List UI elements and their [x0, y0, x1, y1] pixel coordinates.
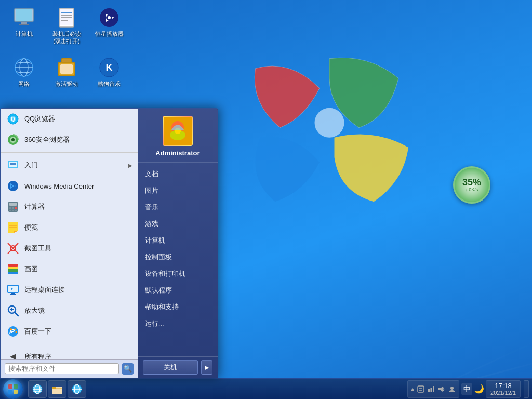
shutdown-button[interactable]: 关机 — [143, 360, 198, 375]
svg-rect-52 — [8, 264, 18, 267]
shutdown-label: 关机 — [164, 363, 177, 372]
magnifier-label: 放大镜 — [24, 306, 132, 315]
svg-rect-58 — [11, 293, 15, 294]
desktop-icon-row-2: 网络 激活驱动 K 酷狗音乐 — [5, 55, 128, 89]
control-panel-label: 控制面板 — [145, 252, 172, 262]
start-item-baidu[interactable]: 百度一下 — [1, 321, 138, 342]
desktop-icon-computer[interactable]: 计算机 — [5, 5, 43, 47]
start-right-documents[interactable]: 文档 — [138, 166, 218, 182]
user-avatar[interactable] — [163, 116, 193, 146]
tray-icon-user[interactable] — [447, 384, 457, 394]
wmc-icon — [6, 179, 20, 193]
start-item-magnifier[interactable]: 放大镜 — [1, 300, 138, 321]
ime-indicator[interactable]: 中 — [461, 383, 472, 395]
start-search-input[interactable] — [5, 363, 119, 374]
tray-moon-icon[interactable]: 🌙 — [474, 384, 484, 394]
start-right-help-support[interactable]: 帮助和支持 — [138, 299, 218, 315]
start-right-control-panel[interactable]: 控制面板 — [138, 249, 218, 265]
qq-browser-icon: Q — [6, 112, 20, 126]
start-item-remote-desktop[interactable]: 远程桌面连接 — [1, 280, 138, 300]
svg-point-67 — [16, 331, 17, 333]
shutdown-arrow-button[interactable]: ▶ — [201, 360, 212, 375]
start-button[interactable] — [0, 379, 26, 400]
tray-icon-action-center[interactable] — [416, 384, 425, 394]
cpu-percent: 35% — [462, 178, 481, 187]
start-item-360-browser[interactable]: 360安全浏览器 — [1, 129, 138, 150]
tray-expand-arrow[interactable]: ▲ — [410, 386, 415, 392]
svg-rect-75 — [8, 390, 12, 394]
taskbar-btn-explorer[interactable] — [48, 380, 66, 398]
svg-rect-41 — [12, 210, 14, 211]
start-search-button[interactable]: 🔍 — [122, 363, 134, 375]
clock-area[interactable]: 17:18 2021/12/1 — [486, 380, 521, 398]
svg-rect-4 — [19, 24, 29, 25]
desktop-icon-hengxing[interactable]: 恒星播放器 — [90, 5, 128, 47]
desktop-icon-activate[interactable]: 激活驱动 — [48, 55, 85, 89]
start-item-all-programs[interactable]: 所有程序 — [1, 347, 138, 359]
default-programs-label: 默认程序 — [145, 286, 172, 295]
start-right-music[interactable]: 音乐 — [138, 199, 218, 216]
network-speed-widget[interactable]: 35% ↓ 0K/s — [453, 166, 490, 204]
desktop-icon-network[interactable]: 网络 — [5, 55, 43, 89]
show-desktop-button[interactable] — [524, 380, 529, 398]
start-shutdown-area: 关机 ▶ — [138, 356, 218, 378]
start-search-bar: 🔍 — [1, 359, 138, 378]
start-right-items-list: 文档 图片 音乐 游戏 计算机 控制面板 设备和打印机 — [138, 163, 218, 356]
computer-icon — [14, 7, 34, 28]
desktop-icons-area: 计算机 装机后必读(双击打开) 恒星播放器 网络 — [5, 5, 128, 89]
magnifier-icon — [6, 303, 20, 318]
svg-text:Q: Q — [11, 116, 15, 122]
svg-point-0 — [315, 108, 344, 138]
start-right-run[interactable]: 运行... — [138, 315, 218, 332]
hengxing-icon — [99, 7, 119, 28]
taskbar-btn-ie[interactable] — [28, 380, 47, 398]
taskbar-programs — [26, 380, 88, 398]
baidu-icon — [6, 324, 20, 339]
start-right-default-programs[interactable]: 默认程序 — [138, 282, 218, 299]
svg-point-27 — [11, 138, 15, 141]
all-programs-label: 所有程序 — [24, 352, 132, 359]
start-item-snipping[interactable]: 截图工具 — [1, 238, 138, 259]
start-item-calculator[interactable]: 计算器 — [1, 196, 138, 217]
svg-rect-91 — [433, 386, 434, 392]
start-right-computer[interactable]: 计算机 — [138, 232, 218, 249]
start-separator-1 — [1, 152, 138, 153]
360-browser-icon — [6, 132, 20, 147]
tray-icon-sound[interactable] — [437, 384, 446, 394]
svg-line-61 — [15, 312, 18, 316]
start-right-devices-printers[interactable]: 设备和打印机 — [138, 265, 218, 282]
kugou-icon: K — [99, 57, 119, 78]
start-item-qq-browser[interactable]: Q QQ浏览器 — [1, 109, 138, 129]
start-right-games[interactable]: 游戏 — [138, 216, 218, 232]
start-orb — [3, 379, 23, 399]
games-label: 游戏 — [145, 219, 158, 229]
svg-point-65 — [10, 328, 12, 330]
baidu-label: 百度一下 — [24, 327, 132, 336]
windows-flag-logo — [231, 26, 428, 244]
start-right-pictures[interactable]: 图片 — [138, 182, 218, 199]
help-support-label: 帮助和支持 — [145, 302, 179, 312]
svg-rect-54 — [8, 269, 18, 272]
network-icon — [14, 57, 34, 78]
svg-rect-55 — [8, 272, 18, 274]
start-item-paint[interactable]: 画图 — [1, 259, 138, 280]
start-item-sticky-notes[interactable]: 便笺 — [1, 217, 138, 238]
svg-rect-86 — [418, 386, 424, 392]
start-item-intro[interactable]: 入门 ▶ — [1, 155, 138, 176]
desktop-icon-setup[interactable]: 装机后必读(双击打开) — [48, 5, 85, 47]
activate-icon-label: 激活驱动 — [55, 80, 78, 87]
calculator-label: 计算器 — [24, 202, 132, 211]
ime-label: 中 — [463, 385, 470, 393]
desktop-icon-kugou[interactable]: K 酷狗音乐 — [90, 55, 128, 89]
svg-point-14 — [108, 16, 111, 19]
right-computer-label: 计算机 — [145, 236, 165, 245]
tray-icon-network[interactable] — [427, 384, 436, 394]
svg-point-93 — [450, 387, 454, 390]
start-menu-left: Q QQ浏览器 360安全浏览器 入门 — [1, 109, 138, 378]
svg-rect-40 — [9, 210, 11, 211]
svg-rect-76 — [14, 390, 18, 394]
snipping-icon — [6, 241, 20, 256]
start-item-wmc[interactable]: Windows Media Center — [1, 176, 138, 196]
svg-rect-36 — [9, 203, 17, 206]
taskbar-btn-ie2[interactable] — [68, 380, 86, 398]
